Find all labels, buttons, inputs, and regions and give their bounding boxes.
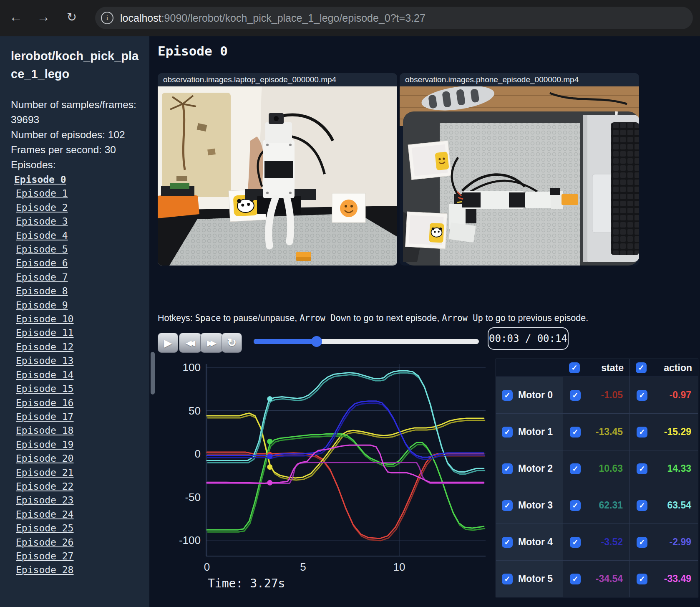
lerobot-visualizer-page: ← → ↻ i localhost:9090/lerobot/koch_pick…: [0, 0, 700, 607]
state-checkbox[interactable]: ✓: [570, 500, 581, 511]
motor-checkbox[interactable]: ✓: [502, 574, 513, 584]
laptop: [583, 115, 639, 262]
rewind-button[interactable]: ◀◀: [179, 333, 201, 353]
state-cell: ✓-1.05: [563, 377, 629, 413]
lego-block: [296, 252, 311, 261]
action-cell: ✓-15.29: [629, 414, 698, 450]
episode-link[interactable]: Episode 20: [16, 452, 139, 465]
table-row: ✓Motor 4✓-3.52✓-2.99: [496, 524, 698, 560]
episode-link[interactable]: Episode 6: [16, 256, 139, 270]
motor-checkbox[interactable]: ✓: [502, 427, 513, 438]
motor-table-body: ✓Motor 0✓-1.05✓-0.97✓Motor 1✓-13.45✓-15.…: [496, 377, 698, 597]
episode-link[interactable]: Episode 8: [16, 284, 139, 298]
episode-link[interactable]: Episode 17: [16, 410, 139, 424]
seek-slider[interactable]: [254, 339, 479, 344]
episode-link[interactable]: Episode 24: [16, 508, 139, 521]
action-checkbox[interactable]: ✓: [637, 537, 647, 548]
url-text: localhost:9090/lerobot/koch_pick_place_1…: [120, 7, 426, 29]
arrow-down-key-label: Arrow Down: [300, 313, 351, 323]
loop-icon: ↻: [227, 336, 237, 349]
episode-link[interactable]: Episode 12: [16, 340, 139, 354]
episode-link[interactable]: Episode 3: [16, 215, 139, 228]
episode-link[interactable]: Episode 21: [16, 466, 139, 480]
loop-button[interactable]: ↻: [222, 333, 242, 353]
motor-label: Motor 4: [518, 536, 553, 548]
state-header-label: state: [601, 362, 624, 374]
episode-link[interactable]: Episode 5: [16, 243, 139, 256]
y-tick-label: 50: [189, 405, 201, 417]
back-icon[interactable]: ←: [7, 9, 25, 25]
smiley-box: [408, 141, 451, 180]
reload-icon[interactable]: ↻: [63, 10, 81, 24]
state-header-checkbox[interactable]: ✓: [569, 362, 580, 373]
chart-line-state: [208, 415, 485, 480]
episode-link[interactable]: Episode 9: [16, 298, 139, 312]
episode-link[interactable]: Episode 26: [16, 536, 139, 549]
browser-toolbar: ← → ↻ i localhost:9090/lerobot/koch_pick…: [0, 0, 700, 36]
episode-link[interactable]: Episode 16: [16, 396, 139, 410]
current-time-dot: [267, 396, 272, 402]
chart-line-state: [208, 454, 485, 541]
action-checkbox[interactable]: ✓: [637, 427, 647, 438]
motor-checkbox[interactable]: ✓: [502, 500, 513, 511]
action-checkbox[interactable]: ✓: [637, 390, 647, 401]
state-cell: ✓-34.54: [563, 561, 629, 597]
state-cell: ✓-13.45: [563, 414, 629, 450]
site-info-icon[interactable]: i: [101, 12, 113, 24]
table-row: ✓Motor 5✓-34.54✓-33.49: [496, 560, 698, 597]
table-row: ✓Motor 3✓62.31✓63.54: [496, 487, 698, 524]
episode-link[interactable]: Episode 22: [16, 480, 139, 493]
episode-link[interactable]: Episode 15: [16, 382, 139, 396]
x-tick-label: 0: [204, 561, 210, 573]
episode-link[interactable]: Episode 2: [16, 201, 139, 215]
episode-link[interactable]: Episode 27: [16, 549, 139, 563]
rewind-icon: ◀◀: [186, 338, 193, 348]
motor-label: Motor 3: [518, 500, 553, 511]
motor-checkbox[interactable]: ✓: [502, 537, 513, 548]
state-checkbox[interactable]: ✓: [570, 537, 581, 548]
episode-link[interactable]: Episode 13: [16, 354, 139, 368]
state-value: -13.45: [596, 426, 623, 438]
state-cell: ✓-3.52: [563, 524, 629, 560]
episode-link[interactable]: Episode 7: [16, 271, 139, 284]
seek-slider-thumb[interactable]: [311, 336, 322, 347]
action-value: -2.99: [670, 536, 691, 548]
episode-link[interactable]: Episode 19: [16, 438, 139, 452]
action-header-checkbox[interactable]: ✓: [636, 362, 647, 373]
action-checkbox[interactable]: ✓: [637, 463, 647, 474]
action-checkbox[interactable]: ✓: [637, 500, 647, 511]
state-checkbox[interactable]: ✓: [570, 427, 581, 438]
episode-link[interactable]: Episode 10: [16, 312, 139, 326]
episode-link[interactable]: Episode 23: [16, 493, 139, 507]
state-checkbox[interactable]: ✓: [570, 390, 581, 401]
episode-link[interactable]: Episode 11: [16, 326, 139, 340]
episode-link[interactable]: Episode 25: [16, 521, 139, 535]
episode-link[interactable]: Episode 18: [16, 424, 139, 438]
phone-camera-video[interactable]: [400, 86, 639, 266]
motor-chart: 100500-50-1000510Time: 3.27s: [158, 351, 491, 597]
state-checkbox[interactable]: ✓: [570, 463, 581, 474]
episode-link[interactable]: Episode 4: [16, 229, 139, 243]
scrollbar-thumb[interactable]: [151, 352, 155, 395]
episodes-label: Episodes:: [11, 157, 139, 172]
sidebar: lerobot/koch_pick_place_1_lego Number of…: [0, 36, 149, 607]
episode-link[interactable]: Episode 1: [16, 187, 139, 200]
episode-link[interactable]: Episode 14: [16, 368, 139, 382]
address-bar[interactable]: i localhost:9090/lerobot/koch_pick_place…: [95, 7, 693, 29]
current-time-dot: [267, 464, 272, 470]
episode-link[interactable]: Episode 28: [16, 563, 139, 577]
motor-checkbox[interactable]: ✓: [502, 463, 513, 474]
stat-samples: Number of samples/frames: 39693: [11, 97, 139, 127]
action-cell: ✓14.33: [629, 450, 698, 487]
forward-icon[interactable]: →: [34, 9, 53, 25]
action-checkbox[interactable]: ✓: [637, 574, 647, 584]
episode-link[interactable]: Episode 0: [14, 173, 139, 187]
fast-forward-button[interactable]: ▶▶: [200, 333, 223, 353]
play-button[interactable]: ▶: [158, 333, 178, 353]
laptop-camera-video[interactable]: [158, 86, 397, 266]
state-checkbox[interactable]: ✓: [570, 574, 581, 584]
motor-label-cell: ✓Motor 2: [496, 450, 563, 487]
chart-line-action: [207, 445, 484, 483]
url-host: localhost: [120, 12, 161, 24]
motor-checkbox[interactable]: ✓: [502, 390, 513, 401]
